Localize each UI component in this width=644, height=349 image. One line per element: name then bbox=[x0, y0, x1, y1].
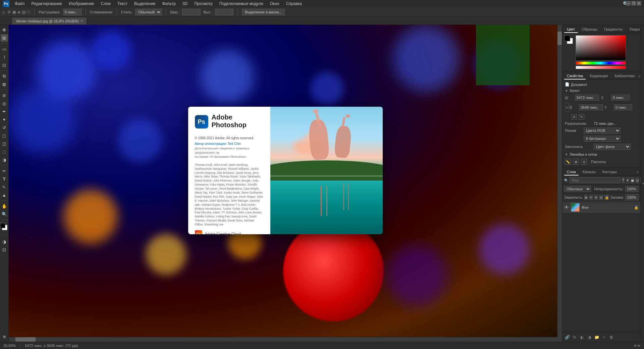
menu-edit[interactable]: Редактирование bbox=[30, 1, 63, 7]
mask-mode-tool[interactable]: ◑ bbox=[1, 238, 8, 245]
select-mask-button[interactable]: Выделение и маска... bbox=[242, 9, 285, 15]
shape-tool[interactable]: ▲ bbox=[1, 191, 8, 199]
frame-tool[interactable]: ⊠ bbox=[1, 81, 8, 88]
menu-image[interactable]: Изображение bbox=[67, 1, 96, 7]
layer-delete-icon[interactable]: 🗑 bbox=[608, 334, 614, 340]
layer-filter-pixel[interactable]: ▣ bbox=[631, 177, 634, 183]
menu-3d[interactable]: 3D bbox=[181, 1, 189, 7]
lasso-tool[interactable]: ⌇ bbox=[1, 53, 8, 61]
horizontal-scrollbar[interactable] bbox=[9, 337, 557, 342]
properties-tab[interactable]: Свойства bbox=[564, 73, 586, 80]
properties-panel-collapse[interactable]: ≡ bbox=[639, 74, 641, 78]
style-select[interactable]: Обычный bbox=[135, 9, 162, 15]
eyedropper-tool[interactable]: ⊘ bbox=[1, 92, 8, 99]
layer-link-icon[interactable]: 🔗 bbox=[564, 334, 570, 340]
layer-filter-type[interactable]: T bbox=[622, 177, 625, 183]
layers-tab[interactable]: Слои bbox=[564, 169, 579, 176]
tab-close-button[interactable]: × bbox=[81, 19, 83, 23]
layer-item-background[interactable]: 👁 Фон 🔒 bbox=[562, 202, 641, 213]
libraries-tab[interactable]: Библиотеки bbox=[612, 73, 637, 80]
lock-all-btn[interactable]: 🔒 bbox=[604, 195, 609, 200]
right-panel-collapse-strip[interactable]: ◀ bbox=[641, 25, 644, 342]
vertical-scrollbar[interactable] bbox=[557, 25, 562, 337]
menu-plugins[interactable]: Подключаемые модули bbox=[218, 1, 265, 7]
chain-icon[interactable]: ⊟ bbox=[565, 103, 569, 112]
hand-tool[interactable]: ✋ bbox=[1, 202, 8, 210]
ruler-icon[interactable]: 📏 bbox=[565, 159, 571, 165]
layer-fx-icon[interactable]: fx bbox=[572, 334, 578, 340]
brush-tool[interactable]: ✒ bbox=[1, 108, 8, 115]
patterns-tab[interactable]: Узоры bbox=[627, 26, 642, 33]
lock-artboard-btn[interactable]: ⊡ bbox=[599, 195, 603, 200]
canvas-y-input[interactable] bbox=[614, 104, 632, 110]
color-swatch-container[interactable] bbox=[564, 35, 574, 45]
menu-text[interactable]: Текст bbox=[116, 1, 129, 7]
close-button[interactable]: ✕ bbox=[637, 1, 641, 6]
bit-depth-select[interactable]: 8 бит/канал bbox=[584, 136, 621, 142]
stamp-tool[interactable]: ✦ bbox=[1, 116, 8, 123]
menu-help[interactable]: Справка bbox=[285, 1, 303, 7]
channels-tab[interactable]: Каналы bbox=[580, 169, 598, 176]
canvas-width-input[interactable] bbox=[575, 95, 599, 101]
eraser-tool[interactable]: ◻ bbox=[1, 132, 8, 139]
color-tab[interactable]: Цвет bbox=[564, 26, 578, 33]
rotate-canvas-icon[interactable]: ↻ bbox=[579, 114, 584, 119]
saturation-slider[interactable] bbox=[576, 66, 626, 69]
pen-tool[interactable]: ✏ bbox=[1, 167, 8, 174]
mode-select[interactable]: Цвета RGB bbox=[584, 128, 621, 134]
canvas-height-input[interactable] bbox=[579, 104, 603, 110]
layers-panel-collapse[interactable]: ≡ bbox=[637, 170, 639, 174]
blur-tool[interactable]: ◌ bbox=[1, 148, 8, 155]
canvas-section-header[interactable]: ▼ Холст bbox=[562, 88, 641, 94]
layer-filter-adj[interactable]: ✦ bbox=[626, 177, 629, 183]
height-input[interactable] bbox=[215, 9, 233, 15]
layer-add-icon[interactable]: + bbox=[601, 334, 607, 340]
resize-canvas-icon[interactable]: ⊡ bbox=[572, 114, 577, 119]
feather-input[interactable] bbox=[63, 9, 82, 15]
menu-window[interactable]: Окно bbox=[269, 1, 281, 7]
zoom-tool[interactable]: 🔍 bbox=[1, 210, 8, 218]
foreground-color-swatch[interactable] bbox=[0, 223, 5, 228]
grid-section-header[interactable]: ▼ Линейки и сетки bbox=[562, 151, 641, 158]
gradient-tool[interactable]: ◫ bbox=[1, 140, 8, 147]
corrections-tab[interactable]: Коррекция bbox=[587, 73, 610, 80]
lock-position-btn[interactable]: ⊕ bbox=[584, 195, 588, 200]
snap-icon[interactable]: ⊡ bbox=[581, 159, 587, 165]
menu-view[interactable]: Просмотр bbox=[193, 1, 214, 7]
home-icon[interactable]: ⌂ bbox=[2, 9, 5, 15]
artboard-tool[interactable]: ⊞ bbox=[1, 34, 8, 42]
history-brush-tool[interactable]: ↺ bbox=[1, 124, 8, 131]
fill-input[interactable] bbox=[625, 194, 639, 200]
about-dialog[interactable]: Ps Adobe Photoshop © 1990-2021 Adobe. Al… bbox=[188, 107, 383, 234]
app-icon[interactable]: Ps bbox=[3, 0, 9, 7]
dodge-tool[interactable]: ◑ bbox=[1, 156, 8, 163]
lock-move-btn[interactable]: ✛ bbox=[594, 195, 598, 200]
lock-pixel-btn[interactable]: ✏ bbox=[589, 195, 593, 200]
object-selection-tool[interactable]: ⊡ bbox=[1, 61, 8, 69]
rectangular-marquee-tool[interactable]: ▭ bbox=[1, 45, 8, 53]
menu-layers[interactable]: Слои bbox=[100, 1, 112, 7]
move-tool[interactable]: ✜ bbox=[1, 26, 8, 34]
blend-mode-select[interactable]: Обычные bbox=[564, 186, 591, 192]
menu-filter[interactable]: Фильтр bbox=[161, 1, 177, 7]
opacity-input[interactable] bbox=[625, 186, 639, 192]
document-section[interactable]: 📄 Документ bbox=[562, 81, 641, 88]
layer-visibility-toggle[interactable]: 👁 bbox=[564, 205, 569, 210]
menu-file[interactable]: Файл bbox=[13, 1, 26, 7]
gradients-tab[interactable]: Градиенты bbox=[601, 26, 625, 33]
layer-search-input[interactable] bbox=[570, 177, 621, 183]
color-swatches[interactable] bbox=[0, 223, 9, 233]
minimize-button[interactable]: — bbox=[626, 1, 631, 6]
fg-color-swatch[interactable] bbox=[564, 35, 570, 41]
layer-filter-smart[interactable]: ⊡ bbox=[636, 177, 639, 183]
crop-tool[interactable]: ⧉ bbox=[1, 72, 8, 80]
hue-slider[interactable] bbox=[576, 61, 626, 65]
canvas-x-input[interactable] bbox=[611, 95, 630, 101]
menu-select[interactable]: Выделение bbox=[133, 1, 157, 7]
screen-mode-tool[interactable]: ⊡ bbox=[1, 246, 8, 253]
maximize-button[interactable]: ❐ bbox=[631, 1, 636, 6]
color-spectrum[interactable] bbox=[576, 35, 626, 60]
grid-icon[interactable]: ⊞ bbox=[573, 159, 579, 165]
paths-tab[interactable]: Контуры bbox=[600, 169, 620, 176]
document-tab[interactable]: Winter Holidays.jpg @ 26,8% (RGB/8) × bbox=[12, 17, 87, 24]
